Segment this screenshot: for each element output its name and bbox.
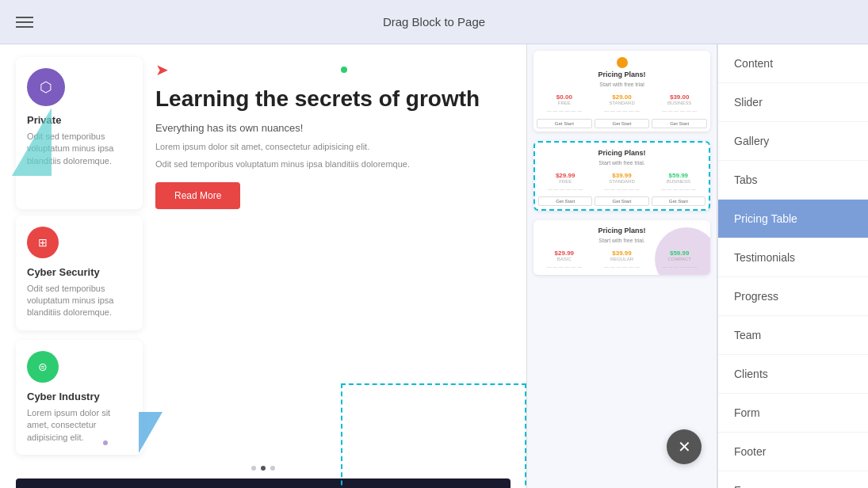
features-business: — — — — — — <box>652 108 707 116</box>
features-standard: — — — — — — <box>595 108 650 116</box>
hero-desc1: Lorem ipsum dolor sit amet, consectetur … <box>155 140 510 154</box>
label3-basic: BASIC <box>537 257 592 261</box>
price-free: $0.00 <box>537 93 592 101</box>
features2-standard: — — — — — — <box>595 186 648 194</box>
pricing-col2-business: $59.99 BUSINESS — — — — — — Get Start <box>652 172 705 207</box>
btn-free[interactable]: Get Start <box>537 119 592 128</box>
btn2-standard[interactable]: Get Start <box>595 196 648 206</box>
hero-subtitle: Everything has its own nuances! <box>155 122 510 134</box>
pricing-col2-standard: $39.99 STANDARD — — — — — — Get Start <box>595 172 648 207</box>
right-sidebar: Content Slider Gallery Tabs Pricing Tabl… <box>717 44 868 488</box>
price-business: $39.00 <box>652 93 707 101</box>
pricing-card-2-title: Pricing Plans! <box>535 143 709 160</box>
hero-section: ➤ Learning the secrets of growth Everyth… <box>155 57 510 209</box>
btn-business[interactable]: Get Start <box>652 119 707 128</box>
cyber-security-title: Cyber Security <box>27 266 132 278</box>
pricing-card-2[interactable]: Pricing Plans! Start with free trial. $2… <box>533 141 710 212</box>
btn2-free[interactable]: Get Start <box>538 196 592 206</box>
features-free: — — — — — — <box>537 108 592 116</box>
label2-free: FREE <box>538 179 592 184</box>
private-icon: ⬡ <box>27 68 65 106</box>
pricing-col3-basic: $29.99 BASIC — — — — — — <box>537 250 592 272</box>
price2-standard: $39.99 <box>595 172 648 179</box>
pricing-card-1-sub: Start with free trial <box>533 82 710 87</box>
pricing-cols-1: $0.00 FREE — — — — — — Get Start $29.00 … <box>533 90 710 132</box>
sidebar-item-progress[interactable]: Progress <box>718 277 868 316</box>
price2-business: $59.99 <box>652 172 705 179</box>
bottom-image-strip: NEON <box>16 478 510 488</box>
hero-title: Learning the secrets of growth <box>155 86 510 112</box>
cyber-industry-desc: Lorem ipsum dolor sit amet, consectetur … <box>27 407 132 444</box>
pricing-col-standard: $29.00 STANDARD — — — — — — Get Start <box>595 93 650 128</box>
decor-triangle-teal <box>12 108 52 176</box>
top-bar: Drag Block to Page <box>0 0 868 44</box>
features3-compact: — — — — — — <box>652 264 707 272</box>
pricing-icon-1 <box>617 57 628 68</box>
dot-1 <box>251 466 256 471</box>
cyber-industry-title: Cyber Industry <box>27 391 132 402</box>
cyber-security-section: ⊞ Cyber Security Odit sed temporibus vol… <box>16 215 143 455</box>
sidebar-item-clients[interactable]: Clients <box>718 355 868 394</box>
preview-panel: Pricing Plans! Start with free trial $0.… <box>527 44 717 488</box>
dot-2-active <box>261 466 266 471</box>
dot-3 <box>270 466 275 471</box>
price2-free: $29.99 <box>538 172 592 179</box>
label2-standard: STANDARD <box>595 179 648 184</box>
label3-compact: COMPACT <box>652 257 707 261</box>
sidebar-item-tabs[interactable]: Tabs <box>718 161 868 200</box>
label-free: FREE <box>537 101 592 105</box>
fab-close-button[interactable]: ✕ <box>667 429 702 464</box>
cyber-security-card: ⊞ Cyber Security Odit sed temporibus vol… <box>16 215 143 330</box>
pricing-card-3[interactable]: Pricing Plans! Start with free trial. $2… <box>533 220 710 275</box>
price-standard: $29.00 <box>595 93 650 101</box>
pricing-card-2-sub: Start with free trial. <box>535 160 709 166</box>
features3-regular: — — — — — — <box>595 264 650 272</box>
price3-compact: $59.99 <box>652 250 707 257</box>
cyber-security-desc: Odit sed temporibus voluptatum minus ips… <box>27 283 132 319</box>
label3-regular: REGULAR <box>595 257 650 261</box>
sidebar-item-testimonials[interactable]: Testimonials <box>718 238 868 277</box>
features3-basic: — — — — — — <box>537 264 592 272</box>
arrow-icon: ➤ <box>155 60 510 79</box>
pagination-dots <box>0 461 526 471</box>
label2-business: BUSINESS <box>652 179 705 184</box>
cyber-security-icon: ⊞ <box>27 227 59 258</box>
decor-dot-purple <box>103 440 108 445</box>
sidebar-item-slider[interactable]: Slider <box>718 83 868 122</box>
sidebar-item-forms[interactable]: Forms <box>718 471 868 488</box>
btn-standard[interactable]: Get Start <box>595 119 650 128</box>
pricing-card-1-title: Pricing Plans! <box>533 51 710 82</box>
sidebar-item-gallery[interactable]: Gallery <box>718 122 868 161</box>
features2-free: — — — — — — <box>538 186 592 194</box>
hamburger-menu[interactable] <box>16 17 33 28</box>
pricing-cols-2: $29.99 FREE — — — — — — Get Start $39.99… <box>535 169 709 210</box>
pricing-col-free: $0.00 FREE — — — — — — Get Start <box>537 93 592 128</box>
pricing-col-business: $39.00 BUSINESS — — — — — — Get Start <box>652 93 707 128</box>
drag-block-label: Drag Block to Page <box>383 15 485 29</box>
sidebar-item-content[interactable]: Content <box>718 44 868 83</box>
pricing-col3-regular: $39.99 REGULAR — — — — — — <box>595 250 650 272</box>
sidebar-item-team[interactable]: Team <box>718 316 868 355</box>
sidebar-item-form[interactable]: Form <box>718 394 868 433</box>
btn2-business[interactable]: Get Start <box>652 196 705 206</box>
label-standard: STANDARD <box>595 101 650 105</box>
editor-panel: ⬡ Private Odit sed temporibus voluptatum… <box>0 44 527 488</box>
price3-regular: $39.99 <box>595 250 650 257</box>
price3-basic: $29.99 <box>537 250 592 257</box>
decor-dot-green <box>341 67 347 73</box>
sidebar-item-footer[interactable]: Footer <box>718 433 868 471</box>
pricing-col3-compact: $59.99 COMPACT — — — — — — <box>652 250 707 272</box>
cyber-industry-icon: ⊜ <box>27 351 59 383</box>
decor-triangle-blue <box>139 412 163 453</box>
sidebar-item-pricing-table[interactable]: Pricing Table <box>718 200 868 238</box>
pricing-card-1[interactable]: Pricing Plans! Start with free trial $0.… <box>533 51 710 132</box>
hero-desc2: Odit sed temporibus voluptatum minus ips… <box>155 158 510 171</box>
main-area: ⬡ Private Odit sed temporibus voluptatum… <box>0 44 868 488</box>
pricing-col2-free: $29.99 FREE — — — — — — Get Start <box>538 172 592 207</box>
read-more-button[interactable]: Read More <box>155 182 240 209</box>
features2-business: — — — — — — <box>652 186 705 194</box>
pricing-preview-list: Pricing Plans! Start with free trial $0.… <box>527 44 717 291</box>
label-business: BUSINESS <box>652 101 707 105</box>
cyber-industry-card: ⊜ Cyber Industry Lorem ipsum dolor sit a… <box>16 340 143 455</box>
pricing-cols-3: $29.99 BASIC — — — — — — $39.99 REGULAR … <box>533 246 710 275</box>
